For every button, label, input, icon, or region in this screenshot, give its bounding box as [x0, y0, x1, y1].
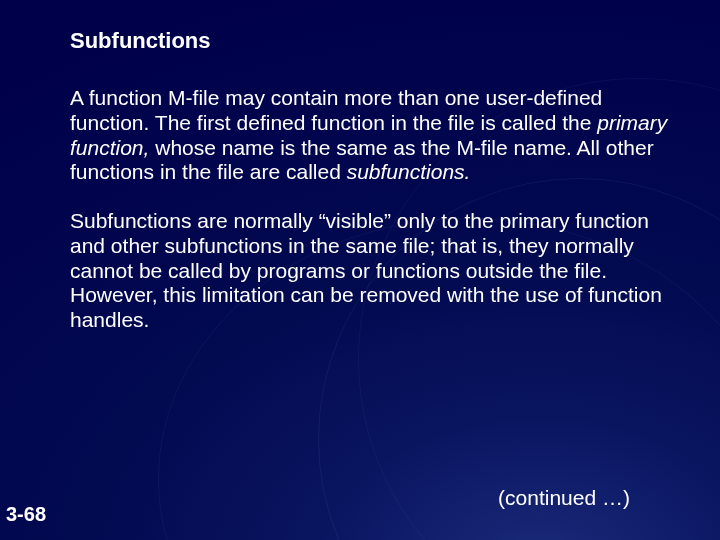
paragraph-2: Subfunctions are normally “visible” only… — [70, 209, 680, 333]
p1-part-a: A function M-file may contain more than … — [70, 86, 602, 134]
slide-title: Subfunctions — [70, 28, 680, 54]
p1-subfunctions: subfunctions. — [347, 160, 471, 183]
paragraph-1: A function M-file may contain more than … — [70, 86, 680, 185]
continued-label: (continued …) — [498, 486, 630, 510]
slide-number: 3-68 — [6, 503, 46, 526]
slide-content: Subfunctions A function M-file may conta… — [70, 28, 680, 357]
